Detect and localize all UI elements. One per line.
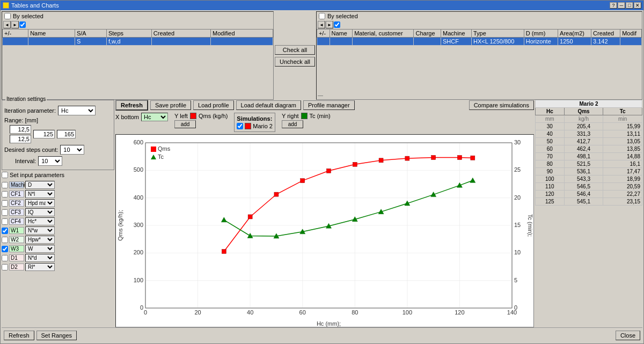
- uncheck-all-button[interactable]: Uncheck all: [275, 57, 315, 67]
- param-d1-label: D1: [9, 254, 24, 261]
- data-grid-row[interactable]: 50412,713,05: [536, 138, 642, 145]
- param-d1-checkbox[interactable]: [2, 255, 8, 261]
- x-bottom-select[interactable]: Hc: [141, 113, 168, 121]
- y-right-add-button[interactable]: add: [282, 120, 303, 128]
- interval-label: Interval:: [15, 158, 36, 164]
- simulation-checkbox[interactable]: [237, 123, 243, 129]
- data-grid-row[interactable]: 100543,318,99: [536, 175, 642, 183]
- maximize-button[interactable]: □: [626, 2, 633, 9]
- param-cf3-checkbox[interactable]: [2, 209, 8, 216]
- param-cf1-select[interactable]: N*l: [25, 190, 55, 198]
- param-w3-select[interactable]: W: [25, 245, 55, 253]
- save-profile-button[interactable]: Save profile: [150, 100, 191, 110]
- cell-hc: 120: [536, 191, 565, 198]
- profile-manager-button[interactable]: Profile manager: [303, 100, 355, 110]
- table-row[interactable]: S f,w,d: [3, 38, 273, 46]
- svg-text:400: 400: [134, 194, 143, 201]
- data-grid-row[interactable]: 120546,422,27: [536, 191, 642, 198]
- svg-rect-53: [431, 155, 436, 159]
- range-min2-input[interactable]: 12,5: [10, 135, 31, 143]
- data-grid-row[interactable]: 90536,117,47: [536, 168, 642, 175]
- steps-row: Desired steps count: 10: [4, 145, 112, 155]
- data-grid-row[interactable]: 110546,520,59: [536, 183, 642, 191]
- param-w2-select[interactable]: Hpw*: [25, 236, 55, 244]
- x-bottom-label: X bottom: [115, 114, 139, 120]
- cell-qms: 546,4: [564, 191, 603, 198]
- left-by-selected-checkbox[interactable]: [4, 13, 11, 19]
- bottom-refresh-button[interactable]: Refresh: [4, 331, 34, 340]
- load-profile-button[interactable]: Load profile: [193, 100, 234, 110]
- close-button[interactable]: Close: [616, 331, 640, 340]
- left-row-checkbox[interactable]: [19, 21, 26, 28]
- cell-qms: 412,7: [564, 138, 603, 145]
- range-end-input[interactable]: 165: [57, 130, 76, 138]
- data-grid-row[interactable]: 125545,123,15: [536, 198, 642, 206]
- svg-text:Tc: Tc: [158, 153, 164, 160]
- right-nav-right[interactable]: ►: [326, 21, 333, 28]
- load-default-button[interactable]: Load default diagram: [236, 100, 301, 110]
- left-table-scroll: +/- Name S/A Steps Created Modified: [2, 29, 273, 99]
- param-d2-row: D2 Rl*: [2, 263, 57, 271]
- right-nav-left[interactable]: ◄: [318, 21, 325, 28]
- close-button[interactable]: ✕: [634, 2, 641, 9]
- data-grid-row[interactable]: 80521,516,1: [536, 160, 642, 168]
- range-row: Range: [mm]: [4, 117, 112, 123]
- param-cf3-select[interactable]: IQ: [25, 208, 55, 216]
- param-w1-select[interactable]: N*w: [25, 226, 55, 235]
- table-row[interactable]: SHCF HX<L 1250/800 Horizonte 1250 3.142: [317, 38, 641, 46]
- set-input-label-row[interactable]: Set input parameters: [2, 172, 114, 178]
- range-max-input[interactable]: 125: [33, 130, 55, 138]
- data-grid-row[interactable]: 30205,415,99: [536, 123, 642, 130]
- left-nav-right[interactable]: ►: [11, 21, 19, 28]
- col-qms-header: Qms: [564, 108, 603, 115]
- param-machine-checkbox[interactable]: [2, 182, 8, 188]
- right-row-checkbox[interactable]: [334, 21, 340, 28]
- axis-config-row: X bottom Hc Y left Qms (kg/h) add: [115, 113, 534, 132]
- set-ranges-button[interactable]: Set Ranges: [36, 331, 77, 340]
- right-col-plusminus: +/-: [317, 30, 330, 38]
- right-by-selected-checkbox[interactable]: [319, 13, 325, 19]
- range-min1-input[interactable]: 12,5: [10, 125, 31, 134]
- check-all-button[interactable]: Check all: [275, 45, 315, 55]
- title-bar-left: Tables and Charts: [3, 2, 59, 9]
- param-w1-label: W1: [9, 227, 24, 234]
- param-cf4-checkbox[interactable]: [2, 218, 8, 225]
- param-label: Iteration parameter:: [4, 107, 56, 114]
- param-w3-checkbox[interactable]: [2, 246, 8, 252]
- cell-tc: 22,27: [603, 191, 642, 198]
- interval-select[interactable]: 10: [38, 156, 62, 166]
- param-machine-select[interactable]: D: [25, 181, 55, 189]
- left-nav-left[interactable]: ◄: [3, 21, 11, 28]
- param-d2-checkbox[interactable]: [2, 264, 8, 270]
- param-cf1-checkbox[interactable]: [2, 191, 8, 197]
- param-d1-select[interactable]: N*d: [25, 254, 55, 262]
- help-button[interactable]: ?: [610, 2, 617, 9]
- cell-hc: 30: [536, 123, 565, 130]
- left-col-plusminus: +/-: [3, 30, 28, 38]
- param-d2-select[interactable]: Rl*: [25, 263, 55, 271]
- data-grid-row[interactable]: 40331,313,11: [536, 130, 642, 138]
- left-col-modified: Modified: [211, 30, 273, 38]
- data-grid-row[interactable]: 60462,413,85: [536, 145, 642, 153]
- svg-text:120: 120: [455, 309, 464, 316]
- param-d1-row: D1 N*d: [2, 254, 57, 262]
- steps-select[interactable]: 10: [60, 145, 84, 155]
- data-grid-row[interactable]: 70498,114,88: [536, 153, 642, 160]
- param-cf2-checkbox[interactable]: [2, 200, 8, 207]
- param-w1-checkbox[interactable]: [2, 228, 8, 234]
- set-input-checkbox[interactable]: [2, 172, 8, 178]
- cell-tc: 18,99: [603, 175, 642, 183]
- param-w2-checkbox[interactable]: [2, 237, 8, 243]
- cell-qms: 462,4: [564, 145, 603, 153]
- param-cf4-select[interactable]: Hc*: [25, 217, 55, 225]
- refresh-button[interactable]: Refresh: [115, 100, 148, 111]
- svg-text:60: 60: [299, 309, 306, 316]
- param-select[interactable]: Hc: [58, 106, 96, 115]
- compare-simulations-button[interactable]: Compare simulations: [469, 100, 534, 110]
- cell-steps: f,w,d: [106, 38, 151, 46]
- minimize-button[interactable]: ─: [618, 2, 625, 9]
- y-left-add-button[interactable]: add: [174, 120, 196, 128]
- param-w3-row: W3 W: [2, 245, 57, 253]
- x-bottom-config: X bottom Hc: [115, 113, 168, 121]
- param-cf2-select[interactable]: Hpd max: [25, 199, 55, 207]
